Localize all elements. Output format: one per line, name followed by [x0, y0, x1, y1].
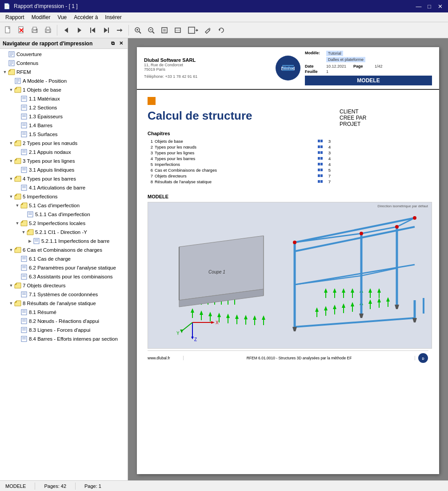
svg-rect-9: [46, 27, 50, 29]
toggle-imperf-locales[interactable]: ▼: [14, 220, 20, 226]
tree-item-types-noeuds[interactable]: ▼ 2 Types pour les nœuds: [0, 139, 128, 148]
page-label: Page: [353, 64, 371, 68]
label-types-noeuds: 2 Types pour les nœuds: [23, 141, 77, 146]
forward-button[interactable]: [73, 24, 86, 36]
tree-item-types-barres[interactable]: ▼ 4 Types pour les barres: [0, 174, 128, 183]
feuille-value: 1: [326, 69, 328, 74]
first-button[interactable]: [87, 24, 99, 36]
label-systemes-coord: 7.1 Systèmes de coordonnées: [29, 292, 98, 297]
ch-num-1: 1: [148, 139, 153, 144]
tree-item-imperfections[interactable]: ▼ 5 Imperfections: [0, 192, 128, 201]
label-couverture: Couverture: [16, 52, 42, 57]
menu-modifier[interactable]: Modifier: [28, 13, 54, 21]
tree-item-rfem[interactable]: ▼ RFEM: [0, 68, 128, 76]
ch-page-1: 3: [324, 139, 331, 144]
tree-item-assistants[interactable]: ▶ 6.3 Assistants pour les combinaisons: [0, 272, 128, 281]
tree-item-epaisseurs[interactable]: ▶ 1.3 Épaisseurs: [0, 112, 128, 121]
status-divider-1: [35, 483, 35, 490]
joint-3: [395, 225, 399, 229]
icon-resultats: [14, 300, 21, 306]
tree-item-appuis-lineiques[interactable]: ▶ 3.1 Appuis linéiques: [0, 165, 128, 174]
chapter-row-4: 4 Types pour les barres 4: [148, 156, 331, 161]
menu-rapport[interactable]: Rapport: [2, 13, 28, 21]
tree-item-parametres[interactable]: ▶ 6.2 Paramètres pour l'analyse statique: [0, 263, 128, 272]
toggle-imperfections[interactable]: ▼: [8, 193, 14, 200]
menu-inserer[interactable]: Insérer: [101, 13, 125, 21]
fit-width-button[interactable]: [172, 24, 184, 36]
toggle-objets-base[interactable]: ▼: [8, 87, 14, 93]
toggle-imperf-barre[interactable]: ▶: [27, 238, 33, 244]
ch-num-6: 6: [148, 168, 153, 173]
label-epaisseurs: 1.3 Épaisseurs: [29, 114, 63, 119]
menu-vue[interactable]: Vue: [54, 13, 70, 21]
minimize-button[interactable]: —: [414, 2, 423, 10]
tree-item-barres[interactable]: ▶ 1.4 Barres: [0, 121, 128, 130]
tree-item-couverture[interactable]: ▶ Couverture: [0, 50, 128, 59]
print-preview-button[interactable]: [42, 24, 54, 36]
toggle-types-lignes[interactable]: ▼: [8, 158, 14, 164]
toggle-objets-directeurs[interactable]: ▼: [8, 282, 14, 289]
tree-item-imperf-locales[interactable]: ▼ 5.2 Imperfections locales: [0, 219, 128, 228]
tree-item-imperf-barre[interactable]: ▶ 5.2.1.1 Imperfections de barre: [0, 237, 128, 246]
tree-item-appuis-nodaux[interactable]: ▶ 2.1 Appuis nodaux: [0, 148, 128, 157]
refresh-button[interactable]: [215, 24, 228, 36]
tree-item-articulations[interactable]: ▶ 4.1 Articulations de barre: [0, 183, 128, 192]
tree-item-ci1-dir[interactable]: ▼ 5.2.1 CI1 - Direction -Y: [0, 228, 128, 237]
ch-name-6: Cas et Combinaisons de charges: [155, 168, 316, 173]
ch-page-4: 4: [324, 156, 331, 161]
tree-item-objets-directeurs[interactable]: ▼ 7 Objets directeurs: [0, 281, 128, 290]
toggle-ci1-dir[interactable]: ▼: [20, 229, 27, 235]
company-addr1: 11, Rue de Condorcet: [144, 63, 271, 67]
ch-dots-8: [318, 180, 323, 183]
panel-close-button[interactable]: ✕: [117, 40, 125, 48]
zoom-in-button[interactable]: [132, 24, 144, 36]
tree-item-modele[interactable]: ▶ A Modèle - Position: [0, 76, 128, 85]
svg-point-7: [36, 29, 37, 30]
tree-item-systemes-coord[interactable]: ▶ 7.1 Systèmes de coordonnées: [0, 290, 128, 299]
maximize-button[interactable]: □: [425, 2, 434, 10]
menu-acceder[interactable]: Accéder à: [70, 13, 101, 21]
chapters-title: Chapitres: [148, 131, 331, 136]
tree-item-noeuds-reactions[interactable]: ▶ 8.2 Nœuds - Réactions d'appui: [0, 317, 128, 326]
panel-undock-button[interactable]: ⧉: [109, 40, 117, 48]
zoom-out-button[interactable]: [145, 24, 157, 36]
label-imperf-barre: 5.2.1.1 Imperfections de barre: [41, 238, 109, 244]
right-panel[interactable]: Dlubal Software SARL 11, Rue de Condorce…: [128, 38, 448, 480]
tree-item-cas-511[interactable]: ▶ 5.1.1 Cas d'imperfection: [0, 210, 128, 219]
delete-button[interactable]: [15, 24, 28, 36]
toggle-types-noeuds[interactable]: ▼: [8, 140, 14, 146]
navigate-button[interactable]: [113, 24, 126, 36]
print-button[interactable]: [28, 24, 41, 36]
fit-page-button[interactable]: [158, 24, 171, 36]
menu-bar: Rapport Modifier Vue Accéder à Insérer: [0, 12, 448, 22]
tree-item-types-lignes[interactable]: ▼ 3 Types pour les lignes: [0, 157, 128, 165]
toggle-resultats[interactable]: ▼: [8, 300, 14, 306]
tree-item-barres-efforts[interactable]: ▶ 8.4 Barres - Efforts internes par sect…: [0, 334, 128, 343]
tree-item-objets-base[interactable]: ▼ 1 Objets de base: [0, 85, 128, 94]
tree-item-sections[interactable]: ▶ 1.2 Sections: [0, 103, 128, 112]
footer-icon: D: [415, 353, 428, 363]
toggle-types-barres[interactable]: ▼: [8, 176, 14, 182]
export-button[interactable]: [185, 24, 201, 36]
close-button[interactable]: ✕: [436, 2, 444, 10]
toggle-cas-imperfection[interactable]: ▼: [14, 202, 20, 209]
back-button[interactable]: [60, 24, 72, 36]
tree-item-surfaces[interactable]: ▶ 1.5 Surfaces: [0, 130, 128, 139]
edit-button[interactable]: [202, 24, 214, 36]
tree-item-resume[interactable]: ▶ 8.1 Résumé: [0, 308, 128, 317]
tree-item-cas-imperfection[interactable]: ▼ 5.1 Cas d'imperfection: [0, 201, 128, 210]
svg-marker-12: [78, 28, 81, 33]
tree-item-contenus[interactable]: ▶ Contenus: [0, 59, 128, 68]
tree-item-resultats[interactable]: ▼ 8 Résultats de l'analyse statique: [0, 299, 128, 308]
icon-rfem: [8, 69, 15, 75]
toggle-cas-comb[interactable]: ▼: [8, 247, 14, 253]
tree-container[interactable]: ▶ Couverture ▶ Contenus ▼ RFEM ▶ A Modèl…: [0, 49, 128, 480]
new-button[interactable]: [2, 24, 14, 36]
toggle-rfem[interactable]: ▼: [2, 69, 8, 75]
last-button[interactable]: [100, 24, 112, 36]
ch-page-6: 5: [324, 168, 331, 173]
tree-item-cas-comb[interactable]: ▼ 6 Cas et Combinaisons de charges: [0, 246, 128, 254]
tree-item-lignes-forces[interactable]: ▶ 8.3 Lignes - Forces d'appui: [0, 326, 128, 334]
tree-item-cas-charge[interactable]: ▶ 6.1 Cas de charge: [0, 254, 128, 263]
tree-item-materiaux[interactable]: ▶ 1.1 Matériaux: [0, 94, 128, 103]
